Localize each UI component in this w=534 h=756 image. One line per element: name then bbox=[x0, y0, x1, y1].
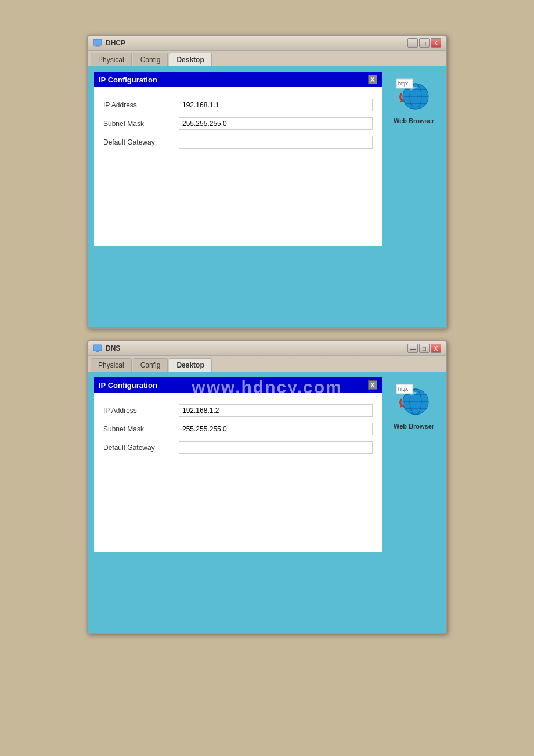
maximize-button-2[interactable]: □ bbox=[419, 344, 430, 353]
subnet-mask-input-1[interactable] bbox=[179, 117, 373, 130]
ip-config-title-1: IP Configuration bbox=[99, 75, 157, 84]
gateway-label-2: Default Gateway bbox=[103, 444, 179, 452]
field-row-subnet-1: Subnet Mask bbox=[103, 117, 373, 130]
main-panel-2: IP Configuration X IP Address Subnet Mas… bbox=[94, 377, 382, 552]
svg-text:http:: http: bbox=[398, 386, 409, 392]
web-browser-label-1: Web Browser bbox=[394, 117, 434, 124]
default-gateway-input-2[interactable] bbox=[179, 441, 373, 454]
subnet-label-1: Subnet Mask bbox=[103, 120, 179, 128]
window1-body: IP Configuration X IP Address Subnet Mas… bbox=[88, 66, 446, 252]
close-button-2[interactable]: X bbox=[431, 344, 441, 353]
tab-config-1[interactable]: Config bbox=[133, 53, 168, 66]
svg-rect-0 bbox=[93, 39, 102, 45]
svg-rect-13 bbox=[95, 352, 100, 352]
tab-desktop-1[interactable]: Desktop bbox=[169, 53, 211, 66]
window2-body: IP Configuration X IP Address Subnet Mas… bbox=[88, 372, 446, 557]
field-row-ip-2: IP Address bbox=[103, 404, 373, 417]
ip-config-header-1: IP Configuration X bbox=[94, 72, 382, 87]
ip-config-body-2: IP Address Subnet Mask Default Gateway bbox=[94, 393, 382, 552]
maximize-button-1[interactable]: □ bbox=[419, 38, 430, 48]
tab-desktop-2[interactable]: Desktop bbox=[169, 358, 211, 372]
subnet-label-2: Subnet Mask bbox=[103, 425, 179, 433]
tab-config-2[interactable]: Config bbox=[133, 358, 168, 372]
ip-address-input-2[interactable] bbox=[179, 404, 373, 417]
ip-label-2: IP Address bbox=[103, 406, 179, 415]
field-row-subnet-2: Subnet Mask bbox=[103, 423, 373, 435]
minimize-button-1[interactable]: — bbox=[407, 38, 418, 48]
window1-controls: — □ X bbox=[407, 38, 441, 48]
web-browser-icon-2[interactable]: http: bbox=[395, 383, 432, 420]
field-row-gateway-1: Default Gateway bbox=[103, 136, 373, 149]
ip-config-title-2: IP Configuration bbox=[99, 381, 157, 390]
side-panel-2: http: Web Browser bbox=[388, 377, 440, 552]
tab-physical-2[interactable]: Physical bbox=[91, 358, 132, 372]
svg-rect-12 bbox=[96, 351, 99, 352]
window2-title: DNS bbox=[106, 344, 404, 352]
ip-config-header-2: IP Configuration X bbox=[94, 377, 382, 393]
subnet-mask-input-2[interactable] bbox=[179, 423, 373, 435]
main-panel-1: IP Configuration X IP Address Subnet Mas… bbox=[94, 72, 382, 246]
ip-config-close-2[interactable]: X bbox=[368, 380, 377, 390]
window1-tabs: Physical Config Desktop bbox=[88, 51, 446, 66]
window2-controls: — □ X bbox=[407, 344, 441, 353]
dhcp-window-icon bbox=[93, 38, 102, 48]
svg-rect-11 bbox=[93, 345, 102, 351]
web-browser-icon-1[interactable]: http: bbox=[395, 78, 432, 115]
ip-label-1: IP Address bbox=[103, 101, 179, 109]
gateway-label-1: Default Gateway bbox=[103, 138, 179, 146]
ip-address-input-1[interactable] bbox=[179, 99, 373, 111]
field-row-gateway-2: Default Gateway bbox=[103, 441, 373, 454]
dhcp-window: DHCP — □ X Physical Config Desktop IP Co… bbox=[87, 35, 447, 329]
window2-body-wrapper: www.hdncy.com IP Configuration X IP Addr… bbox=[88, 372, 446, 633]
svg-rect-1 bbox=[96, 45, 99, 46]
close-button-1[interactable]: X bbox=[431, 38, 441, 48]
titlebar-dns: DNS — □ X bbox=[88, 341, 446, 356]
window1-bottom bbox=[88, 252, 446, 327]
window2-bottom bbox=[88, 557, 446, 633]
dns-window: DNS — □ X Physical Config Desktop www.hd… bbox=[87, 340, 447, 634]
dns-window-icon bbox=[93, 344, 102, 353]
web-browser-label-2: Web Browser bbox=[394, 423, 434, 430]
side-panel-1: http: Web Browser bbox=[388, 72, 440, 246]
tab-physical-1[interactable]: Physical bbox=[91, 53, 132, 66]
titlebar-dhcp: DHCP — □ X bbox=[88, 36, 446, 51]
field-row-ip-1: IP Address bbox=[103, 99, 373, 111]
ip-config-body-1: IP Address Subnet Mask Default Gateway bbox=[94, 87, 382, 246]
svg-rect-2 bbox=[95, 46, 100, 47]
svg-text:http:: http: bbox=[398, 81, 409, 87]
minimize-button-2[interactable]: — bbox=[407, 344, 418, 353]
window1-title: DHCP bbox=[106, 39, 404, 47]
window2-tabs: Physical Config Desktop bbox=[88, 356, 446, 372]
ip-config-close-1[interactable]: X bbox=[368, 75, 377, 84]
default-gateway-input-1[interactable] bbox=[179, 136, 373, 149]
